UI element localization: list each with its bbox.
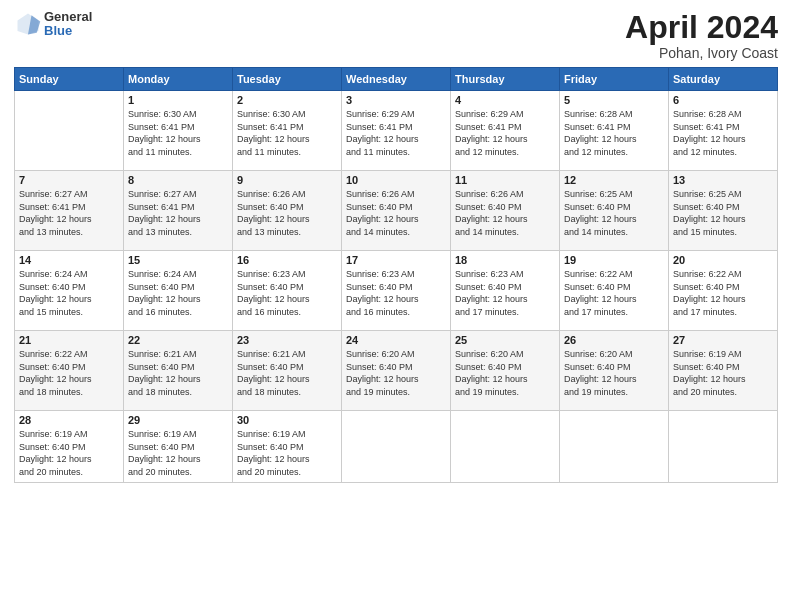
day-number: 24: [346, 334, 446, 346]
day-number: 7: [19, 174, 119, 186]
logo-general: General: [44, 10, 92, 24]
col-header-wednesday: Wednesday: [342, 68, 451, 91]
day-info: Sunrise: 6:26 AMSunset: 6:40 PMDaylight:…: [237, 188, 337, 238]
calendar-cell: [669, 411, 778, 482]
col-header-thursday: Thursday: [451, 68, 560, 91]
day-info: Sunrise: 6:23 AMSunset: 6:40 PMDaylight:…: [237, 268, 337, 318]
calendar-cell: 14Sunrise: 6:24 AMSunset: 6:40 PMDayligh…: [15, 251, 124, 331]
day-number: 16: [237, 254, 337, 266]
day-number: 8: [128, 174, 228, 186]
day-info: Sunrise: 6:23 AMSunset: 6:40 PMDaylight:…: [346, 268, 446, 318]
calendar-cell: 7Sunrise: 6:27 AMSunset: 6:41 PMDaylight…: [15, 171, 124, 251]
calendar-cell: 11Sunrise: 6:26 AMSunset: 6:40 PMDayligh…: [451, 171, 560, 251]
day-info: Sunrise: 6:20 AMSunset: 6:40 PMDaylight:…: [455, 348, 555, 398]
day-info: Sunrise: 6:19 AMSunset: 6:40 PMDaylight:…: [19, 428, 119, 478]
calendar-cell: 1Sunrise: 6:30 AMSunset: 6:41 PMDaylight…: [124, 91, 233, 171]
calendar-cell: 30Sunrise: 6:19 AMSunset: 6:40 PMDayligh…: [233, 411, 342, 482]
day-info: Sunrise: 6:30 AMSunset: 6:41 PMDaylight:…: [128, 108, 228, 158]
calendar-cell: [451, 411, 560, 482]
col-header-sunday: Sunday: [15, 68, 124, 91]
calendar-cell: 19Sunrise: 6:22 AMSunset: 6:40 PMDayligh…: [560, 251, 669, 331]
day-number: 6: [673, 94, 773, 106]
calendar-header-row: SundayMondayTuesdayWednesdayThursdayFrid…: [15, 68, 778, 91]
calendar-cell: 5Sunrise: 6:28 AMSunset: 6:41 PMDaylight…: [560, 91, 669, 171]
logo: General Blue: [14, 10, 92, 39]
title-location: Pohan, Ivory Coast: [625, 45, 778, 61]
day-info: Sunrise: 6:27 AMSunset: 6:41 PMDaylight:…: [128, 188, 228, 238]
day-number: 11: [455, 174, 555, 186]
page: General Blue April 2024 Pohan, Ivory Coa…: [0, 0, 792, 612]
calendar-cell: 3Sunrise: 6:29 AMSunset: 6:41 PMDaylight…: [342, 91, 451, 171]
day-number: 27: [673, 334, 773, 346]
calendar-cell: [342, 411, 451, 482]
day-number: 13: [673, 174, 773, 186]
day-info: Sunrise: 6:29 AMSunset: 6:41 PMDaylight:…: [346, 108, 446, 158]
calendar-cell: 8Sunrise: 6:27 AMSunset: 6:41 PMDaylight…: [124, 171, 233, 251]
calendar-cell: 26Sunrise: 6:20 AMSunset: 6:40 PMDayligh…: [560, 331, 669, 411]
calendar-cell: [560, 411, 669, 482]
day-number: 20: [673, 254, 773, 266]
day-info: Sunrise: 6:23 AMSunset: 6:40 PMDaylight:…: [455, 268, 555, 318]
day-info: Sunrise: 6:28 AMSunset: 6:41 PMDaylight:…: [673, 108, 773, 158]
col-header-tuesday: Tuesday: [233, 68, 342, 91]
day-number: 29: [128, 414, 228, 426]
calendar-cell: 20Sunrise: 6:22 AMSunset: 6:40 PMDayligh…: [669, 251, 778, 331]
calendar-cell: 29Sunrise: 6:19 AMSunset: 6:40 PMDayligh…: [124, 411, 233, 482]
day-info: Sunrise: 6:26 AMSunset: 6:40 PMDaylight:…: [346, 188, 446, 238]
title-month: April 2024: [625, 10, 778, 45]
day-info: Sunrise: 6:22 AMSunset: 6:40 PMDaylight:…: [19, 348, 119, 398]
day-info: Sunrise: 6:27 AMSunset: 6:41 PMDaylight:…: [19, 188, 119, 238]
day-number: 23: [237, 334, 337, 346]
day-number: 28: [19, 414, 119, 426]
calendar-week-row: 14Sunrise: 6:24 AMSunset: 6:40 PMDayligh…: [15, 251, 778, 331]
day-info: Sunrise: 6:30 AMSunset: 6:41 PMDaylight:…: [237, 108, 337, 158]
col-header-monday: Monday: [124, 68, 233, 91]
logo-blue: Blue: [44, 24, 92, 38]
calendar-cell: 9Sunrise: 6:26 AMSunset: 6:40 PMDaylight…: [233, 171, 342, 251]
day-number: 10: [346, 174, 446, 186]
title-block: April 2024 Pohan, Ivory Coast: [625, 10, 778, 61]
calendar-cell: 18Sunrise: 6:23 AMSunset: 6:40 PMDayligh…: [451, 251, 560, 331]
day-number: 15: [128, 254, 228, 266]
day-number: 1: [128, 94, 228, 106]
day-info: Sunrise: 6:25 AMSunset: 6:40 PMDaylight:…: [673, 188, 773, 238]
header: General Blue April 2024 Pohan, Ivory Coa…: [14, 10, 778, 61]
day-number: 19: [564, 254, 664, 266]
day-info: Sunrise: 6:24 AMSunset: 6:40 PMDaylight:…: [19, 268, 119, 318]
day-info: Sunrise: 6:20 AMSunset: 6:40 PMDaylight:…: [564, 348, 664, 398]
calendar-cell: 24Sunrise: 6:20 AMSunset: 6:40 PMDayligh…: [342, 331, 451, 411]
calendar-cell: 28Sunrise: 6:19 AMSunset: 6:40 PMDayligh…: [15, 411, 124, 482]
day-info: Sunrise: 6:25 AMSunset: 6:40 PMDaylight:…: [564, 188, 664, 238]
day-number: 22: [128, 334, 228, 346]
col-header-saturday: Saturday: [669, 68, 778, 91]
day-info: Sunrise: 6:28 AMSunset: 6:41 PMDaylight:…: [564, 108, 664, 158]
logo-icon: [14, 10, 42, 38]
day-info: Sunrise: 6:19 AMSunset: 6:40 PMDaylight:…: [673, 348, 773, 398]
calendar-week-row: 1Sunrise: 6:30 AMSunset: 6:41 PMDaylight…: [15, 91, 778, 171]
calendar-cell: 22Sunrise: 6:21 AMSunset: 6:40 PMDayligh…: [124, 331, 233, 411]
calendar-cell: 12Sunrise: 6:25 AMSunset: 6:40 PMDayligh…: [560, 171, 669, 251]
day-info: Sunrise: 6:21 AMSunset: 6:40 PMDaylight:…: [128, 348, 228, 398]
day-number: 30: [237, 414, 337, 426]
calendar-cell: 25Sunrise: 6:20 AMSunset: 6:40 PMDayligh…: [451, 331, 560, 411]
day-info: Sunrise: 6:24 AMSunset: 6:40 PMDaylight:…: [128, 268, 228, 318]
day-number: 3: [346, 94, 446, 106]
calendar-week-row: 7Sunrise: 6:27 AMSunset: 6:41 PMDaylight…: [15, 171, 778, 251]
calendar-cell: 15Sunrise: 6:24 AMSunset: 6:40 PMDayligh…: [124, 251, 233, 331]
logo-text: General Blue: [44, 10, 92, 39]
day-info: Sunrise: 6:20 AMSunset: 6:40 PMDaylight:…: [346, 348, 446, 398]
day-number: 17: [346, 254, 446, 266]
day-number: 26: [564, 334, 664, 346]
day-number: 18: [455, 254, 555, 266]
day-number: 4: [455, 94, 555, 106]
calendar-cell: 10Sunrise: 6:26 AMSunset: 6:40 PMDayligh…: [342, 171, 451, 251]
day-info: Sunrise: 6:19 AMSunset: 6:40 PMDaylight:…: [237, 428, 337, 478]
calendar-cell: 21Sunrise: 6:22 AMSunset: 6:40 PMDayligh…: [15, 331, 124, 411]
calendar-table: SundayMondayTuesdayWednesdayThursdayFrid…: [14, 67, 778, 482]
col-header-friday: Friday: [560, 68, 669, 91]
calendar-cell: 17Sunrise: 6:23 AMSunset: 6:40 PMDayligh…: [342, 251, 451, 331]
calendar-cell: 13Sunrise: 6:25 AMSunset: 6:40 PMDayligh…: [669, 171, 778, 251]
day-info: Sunrise: 6:21 AMSunset: 6:40 PMDaylight:…: [237, 348, 337, 398]
day-number: 5: [564, 94, 664, 106]
calendar-cell: 23Sunrise: 6:21 AMSunset: 6:40 PMDayligh…: [233, 331, 342, 411]
